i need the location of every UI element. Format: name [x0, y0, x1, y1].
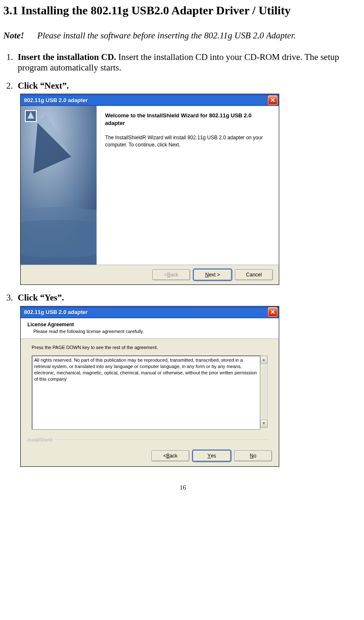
back-label-suffix: ack: [170, 453, 178, 459]
back-label-u: B: [167, 272, 170, 278]
wizard-paragraph: The InstallShieldR Wizard will install 8…: [105, 134, 270, 148]
note-label: Note!: [3, 30, 35, 41]
yes-label-suffix: es: [211, 453, 216, 459]
close-icon: ✕: [270, 97, 275, 104]
step-3-bold: Click “Yes”.: [18, 292, 64, 303]
no-label-suffix: o: [253, 453, 256, 459]
back-label-u: B: [166, 453, 170, 459]
titlebar: 802.11g USB 2.0 adapter ✕: [21, 306, 279, 318]
wizard-heading: Welcome to the InstallShield Wizard for …: [105, 112, 270, 127]
back-label-suffix: ack: [170, 272, 178, 278]
button-bar: < Back Yes No: [21, 446, 279, 466]
license-text: All rights reserved. No part of this pub…: [34, 357, 257, 382]
back-label-prefix: <: [163, 453, 166, 459]
section-heading: 3.1 Installing the 802.11g USB2.0 Adapte…: [3, 3, 362, 18]
cancel-button[interactable]: Cancel: [235, 269, 273, 280]
no-button[interactable]: No: [234, 450, 272, 461]
scroll-up-icon[interactable]: ▲: [260, 356, 267, 364]
back-label-prefix: <: [164, 272, 167, 278]
divider: [55, 440, 268, 440]
step-1: Insert the installation CD. Insert the i…: [15, 52, 362, 73]
svg-point-2: [21, 220, 97, 265]
back-button[interactable]: < Back: [151, 450, 189, 461]
button-bar: < Back Next > Cancel: [21, 265, 279, 284]
note-text: Please install the software before inser…: [37, 30, 296, 41]
back-button: < Back: [152, 269, 190, 280]
instruction-text: Press the PAGE DOWN key to see the rest …: [32, 345, 268, 350]
header-subtitle: Please read the following license agreem…: [27, 329, 272, 334]
brand-label: InstallShield: [27, 437, 55, 443]
next-label-suffix: ext >: [209, 272, 220, 278]
titlebar: 802.11g USB 2.0 adapter ✕: [21, 94, 279, 106]
note-line: Note! Please install the software before…: [3, 30, 362, 41]
step-3: Click “Yes”. 802.11g USB 2.0 adapter ✕ L…: [15, 292, 362, 467]
header-title: License Agreement: [27, 322, 272, 328]
yes-label-u: Y: [208, 453, 211, 459]
installer-window-welcome: 802.11g USB 2.0 adapter ✕: [20, 94, 279, 285]
no-label-u: N: [250, 453, 253, 459]
next-button[interactable]: Next >: [194, 269, 232, 280]
page-number: 16: [3, 484, 362, 491]
yes-button[interactable]: Yes: [193, 450, 231, 461]
next-label-u: N: [205, 272, 209, 278]
step-2: Click “Next”. 802.11g USB 2.0 adapter ✕: [15, 81, 362, 285]
close-button[interactable]: ✕: [268, 95, 278, 105]
license-textbox[interactable]: All rights reserved. No part of this pub…: [32, 355, 260, 430]
scrollbar[interactable]: ▲ ▼: [260, 355, 268, 428]
close-button[interactable]: ✕: [268, 307, 278, 317]
cancel-label: Cancel: [246, 272, 262, 278]
step-1-bold: Insert the installation CD.: [18, 52, 116, 62]
installer-window-license: 802.11g USB 2.0 adapter ✕ License Agreem…: [20, 306, 279, 467]
scroll-down-icon[interactable]: ▼: [260, 420, 267, 428]
window-title: 802.11g USB 2.0 adapter: [24, 97, 268, 104]
close-icon: ✕: [270, 309, 275, 316]
step-2-bold: Click “Next”.: [18, 81, 69, 91]
wizard-header: License Agreement Please read the follow…: [21, 318, 279, 339]
window-title: 802.11g USB 2.0 adapter: [24, 309, 268, 316]
banner-image: [21, 106, 97, 265]
